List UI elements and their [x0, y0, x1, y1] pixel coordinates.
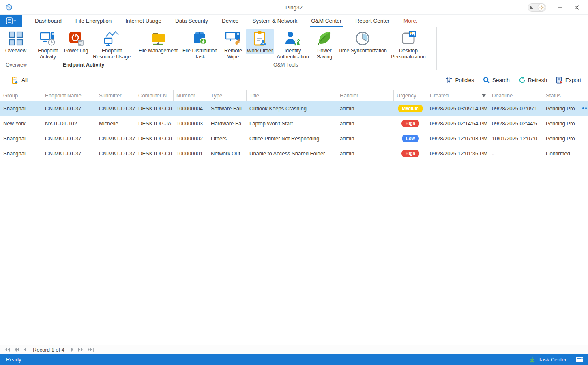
tab-dashboard[interactable]: Dashboard: [28, 15, 69, 27]
work-order-toolbar: All Policies Search: [0, 70, 588, 90]
ribbon-work-order-button[interactable]: Work Order: [246, 29, 274, 54]
file-distribution-icon: [192, 30, 208, 47]
task-center-label: Task Center: [539, 356, 567, 363]
next-group-button[interactable]: [78, 348, 83, 352]
ribbon-power-log-button[interactable]: Power Log: [62, 29, 91, 54]
column-header-created[interactable]: Created: [427, 90, 489, 101]
column-header-urgency[interactable]: Urgency: [394, 90, 427, 101]
tab-device[interactable]: Device: [215, 15, 245, 27]
theme-sun-icon: [538, 4, 545, 11]
file-menu-button[interactable]: [0, 15, 22, 27]
column-header-status[interactable]: Status: [543, 90, 579, 101]
ribbon-time-sync-button[interactable]: Time Synchronization: [337, 29, 388, 54]
remote-wipe-icon: [225, 30, 241, 47]
next-page-button[interactable]: [71, 348, 74, 352]
time-sync-icon: [354, 30, 371, 47]
export-button[interactable]: Export: [556, 77, 581, 84]
status-bar: Ready Task Center: [0, 354, 588, 365]
search-button[interactable]: Search: [483, 77, 510, 84]
ribbon-remote-wipe-button[interactable]: Remote Wipe: [220, 29, 246, 60]
table-row[interactable]: Shanghai CN-MKT-DT-37 CN-MKT-DT-37 DESKT…: [0, 101, 588, 116]
work-order-icon: [252, 30, 268, 47]
tab-file-encryption[interactable]: File Encryption: [69, 15, 118, 27]
row-actions-button[interactable]: [582, 107, 588, 109]
policies-sliders-icon: [446, 77, 453, 84]
tab-report-center[interactable]: Report Center: [348, 15, 397, 27]
column-header-title[interactable]: Title: [247, 90, 337, 101]
task-center-button[interactable]: Task Center: [529, 356, 584, 363]
urgency-badge: Medium: [398, 105, 423, 112]
policies-button[interactable]: Policies: [446, 77, 474, 84]
ribbon-group-label: Endpoint Activity: [32, 61, 135, 70]
column-header-endpoint-name[interactable]: Endpoint Name: [42, 90, 96, 101]
tab-internet-usage[interactable]: Internet Usage: [118, 15, 168, 27]
column-header-submitter[interactable]: Submitter: [96, 90, 135, 101]
file-management-icon: [150, 30, 166, 47]
table-empty-area: [0, 161, 588, 345]
tab-om-center[interactable]: O&M Center: [304, 15, 348, 27]
ribbon-endpoint-activity-button[interactable]: Endpoint Activity: [34, 29, 62, 60]
menu-icon: [6, 17, 17, 24]
column-header-actions: [579, 90, 588, 101]
minimize-button[interactable]: [556, 4, 563, 11]
theme-toggle[interactable]: [528, 3, 546, 12]
ribbon-overview-button[interactable]: Overview: [2, 29, 30, 54]
urgency-badge: High: [401, 150, 419, 157]
pagination-bar: Record 1 of 4: [0, 345, 588, 354]
window-title: Ping32: [0, 4, 588, 11]
record-counter: Record 1 of 4: [33, 347, 64, 353]
resource-usage-icon: [104, 30, 120, 47]
search-icon: [483, 77, 490, 84]
filter-all-label: All: [21, 77, 28, 83]
power-log-icon: [68, 30, 84, 47]
urgency-badge: High: [401, 120, 419, 127]
last-page-button[interactable]: [87, 348, 94, 352]
ribbon-group-endpoint-activity: Endpoint Activity Power Log: [32, 27, 135, 70]
column-header-group[interactable]: Group: [0, 90, 42, 101]
table-row[interactable]: Shanghai CN-MKT-DT-37 CN-MKT-DT-37 DESKT…: [0, 146, 588, 161]
table-row[interactable]: Shanghai CN-MKT-DT-37 CN-MKT-DT-37 DESKT…: [0, 131, 588, 146]
theme-moon-icon: [529, 5, 534, 10]
sort-caret-icon: [482, 94, 486, 97]
ribbon-identity-authentication-button[interactable]: Identity Authentication: [274, 29, 312, 60]
ribbon-group-label: O&M Tools: [135, 61, 436, 70]
first-page-button[interactable]: [4, 348, 10, 352]
prev-page-button[interactable]: [24, 348, 26, 352]
ribbon-filler: [437, 27, 588, 70]
filter-all-item[interactable]: All: [11, 76, 28, 84]
title-bar: Ping32: [0, 0, 588, 15]
task-center-download-icon: [529, 356, 535, 363]
export-icon: [556, 77, 563, 84]
refresh-button[interactable]: Refresh: [519, 77, 547, 84]
column-header-deadline[interactable]: Deadline: [489, 90, 543, 101]
work-order-list-icon: [11, 76, 19, 84]
tab-system-network[interactable]: System & Network: [245, 15, 304, 27]
tab-more[interactable]: More.: [397, 15, 425, 27]
column-header-handler[interactable]: Handler: [337, 90, 394, 101]
tab-data-security[interactable]: Data Security: [168, 15, 215, 27]
urgency-badge: Low: [402, 135, 419, 142]
app-window: Ping32: [0, 0, 588, 365]
ribbon-group-overview: Overview Overview: [0, 27, 32, 70]
endpoint-activity-icon: [40, 30, 56, 47]
ribbon-desktop-personalization-button[interactable]: Desktop Personalization: [388, 29, 429, 60]
overview-grid-icon: [8, 30, 24, 47]
refresh-icon: [519, 77, 526, 84]
status-text: Ready: [6, 356, 21, 363]
power-saving-icon: [316, 30, 333, 47]
ribbon-resource-usage-button[interactable]: Endpoint Resource Usage: [90, 29, 133, 60]
notification-panel-icon: [575, 356, 584, 363]
column-header-computer[interactable]: Computer N...: [135, 90, 174, 101]
ribbon-file-management-button[interactable]: File Management: [137, 29, 180, 54]
table-row[interactable]: New York NY-IT-DT-102 Michelle DESKTOP-J…: [0, 116, 588, 131]
column-header-number[interactable]: Number: [174, 90, 208, 101]
close-button[interactable]: [573, 4, 580, 11]
column-header-type[interactable]: Type: [208, 90, 247, 101]
prev-group-button[interactable]: [14, 348, 19, 352]
ribbon-power-saving-button[interactable]: Power Saving: [312, 29, 337, 60]
desktop-personalization-icon: [400, 30, 416, 47]
ribbon: Overview Overview Endpoint Activity: [0, 27, 588, 70]
table-header: Group Endpoint Name Submitter Computer N…: [0, 90, 588, 101]
ribbon-group-label: Overview: [0, 61, 32, 70]
ribbon-file-distribution-button[interactable]: File Distribution Task: [180, 29, 220, 60]
